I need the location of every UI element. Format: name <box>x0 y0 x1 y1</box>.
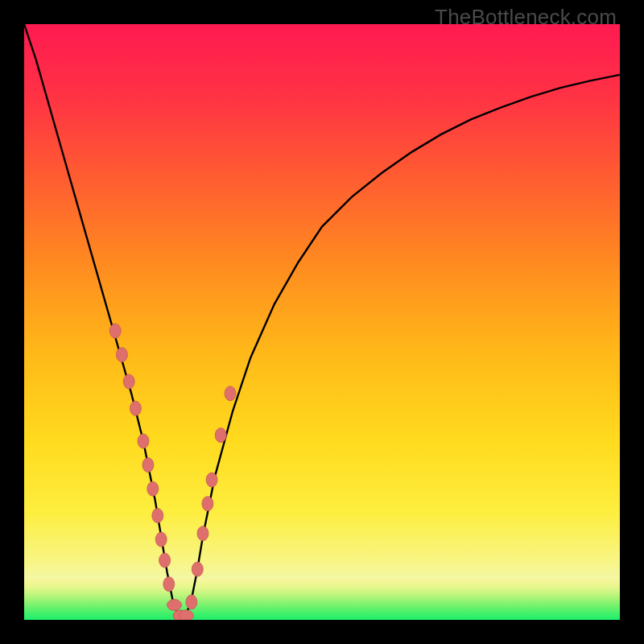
svg-point-15 <box>186 595 197 609</box>
svg-point-10 <box>159 553 171 568</box>
svg-point-1 <box>109 324 121 338</box>
svg-point-5 <box>138 434 149 448</box>
svg-point-20 <box>215 428 226 443</box>
svg-point-16 <box>192 562 203 576</box>
svg-point-18 <box>202 497 213 511</box>
plot-area <box>24 24 620 620</box>
svg-point-2 <box>116 348 127 362</box>
svg-point-14 <box>179 610 193 620</box>
svg-point-17 <box>197 526 208 541</box>
svg-point-9 <box>155 532 167 547</box>
svg-point-3 <box>123 374 134 389</box>
svg-point-7 <box>147 481 159 496</box>
svg-point-21 <box>225 386 236 401</box>
watermark-text: TheBottleneck.com <box>435 5 617 30</box>
chart-frame: TheBottleneck.com <box>0 0 644 644</box>
chart-svg <box>24 24 620 620</box>
svg-point-19 <box>206 473 217 487</box>
svg-point-8 <box>152 509 163 523</box>
svg-point-12 <box>167 600 182 611</box>
svg-point-11 <box>163 577 175 592</box>
svg-point-4 <box>130 401 141 415</box>
svg-point-6 <box>142 458 154 473</box>
bottleneck-curve <box>24 24 620 617</box>
